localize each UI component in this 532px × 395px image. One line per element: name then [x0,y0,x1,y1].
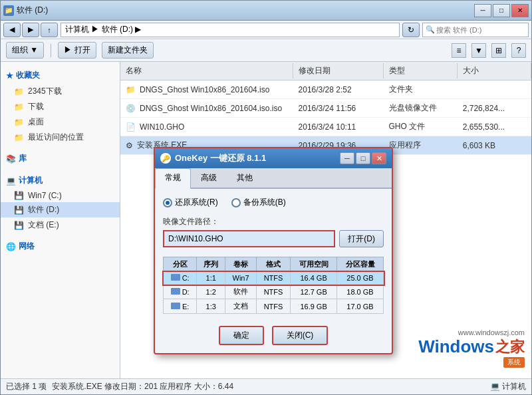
dialog-title-bar: 🔑 OneKey 一键还原 8.1.1 ─ □ ✕ [155,148,392,168]
part-c-free: 16.4 GB [291,272,337,285]
dialog-icon: 🔑 [160,153,171,164]
part-e-free: 16.9 GB [291,299,337,314]
open-file-button[interactable]: 打开(D) [339,230,384,247]
part-c-seq: 1:1 [197,272,225,285]
part-d-icon: D: [164,285,197,299]
part-d-free: 12.7 GB [291,285,337,299]
dialog-title-text: 🔑 OneKey 一键还原 8.1.1 [160,152,266,164]
dialog-minimize-button[interactable]: ─ [340,152,354,164]
radio-backup-circle [231,198,241,207]
partition-row-d[interactable]: D: 1:2 软件 NTFS 12.7 GB 18.0 GB [164,285,384,299]
th-free: 可用空间 [291,257,337,272]
dialog-close-button[interactable]: ✕ [372,152,386,164]
tab-general[interactable]: 常规 [155,168,191,189]
dialog-overlay: 🔑 OneKey 一键还原 8.1.1 ─ □ ✕ 常规 高级 其他 [1,1,531,394]
radio-restore-circle [163,198,172,207]
main-window: 📁 软件 (D:) ─ □ ✕ ◀ ▶ ↑ 计算机 ▶ 软件 (D:) ▶ ↻ … [0,0,532,395]
th-part: 分区 [164,257,197,272]
cancel-button[interactable]: 关闭(C) [272,326,329,345]
dialog-footer: 确定 关闭(C) [163,323,384,345]
part-e-label: 文档 [225,299,257,314]
part-c-icon: C: [164,272,197,285]
radio-backup-label: 备份系统(B) [243,197,286,208]
part-e-total: 17.0 GB [337,299,384,314]
part-e-format: NTFS [256,299,290,314]
part-c-total: 25.0 GB [337,272,384,285]
part-c-label: Win7 [225,272,257,285]
part-d-format: NTFS [256,285,290,299]
partition-table: 分区 序列 卷标 格式 可用空间 分区容量 C: 1:1 Win7 [163,257,384,314]
part-e-seq: 1:3 [197,299,225,314]
part-c-format: NTFS [256,272,290,285]
part-d-total: 18.0 GB [337,285,384,299]
part-d-seq: 1:2 [197,285,225,299]
dialog-body: 还原系统(R) 备份系统(B) 映像文件路径： 打开(D) [155,189,392,353]
path-field-label: 映像文件路径： [163,216,384,227]
th-format: 格式 [256,257,290,272]
confirm-button[interactable]: 确定 [219,326,264,345]
partition-row-c[interactable]: C: 1:1 Win7 NTFS 16.4 GB 25.0 GB [164,272,384,285]
th-total: 分区容量 [337,257,384,272]
th-seq: 序列 [197,257,225,272]
radio-restore[interactable]: 还原系统(R) [163,197,218,208]
part-d-label: 软件 [225,285,257,299]
dialog-title-buttons: ─ □ ✕ [340,152,386,164]
radio-backup[interactable]: 备份系统(B) [231,197,286,208]
radio-group: 还原系统(R) 备份系统(B) [163,197,384,208]
onekey-dialog: 🔑 OneKey 一键还原 8.1.1 ─ □ ✕ 常规 高级 其他 [154,147,393,354]
dialog-tabs: 常规 高级 其他 [155,168,392,189]
tab-other[interactable]: 其他 [227,168,263,188]
path-input-row: 打开(D) [163,230,384,247]
partition-row-e[interactable]: E: 1:3 文档 NTFS 16.9 GB 17.0 GB [164,299,384,314]
part-e-icon: E: [164,299,197,314]
tab-advanced[interactable]: 高级 [191,168,227,188]
th-label: 卷标 [225,257,257,272]
dialog-restore-button[interactable]: □ [356,152,370,164]
radio-restore-label: 还原系统(R) [175,197,218,208]
path-input[interactable] [163,230,335,247]
